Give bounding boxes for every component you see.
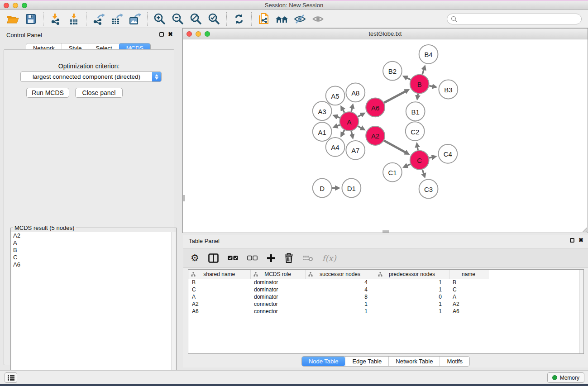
add-column-icon[interactable]: [267, 252, 275, 264]
deselect-all-icon[interactable]: [247, 252, 258, 264]
graph-node-B2[interactable]: B2: [383, 62, 402, 81]
graph-edge-A2-C[interactable]: [384, 141, 406, 153]
graph-edge-A-A8[interactable]: [351, 108, 352, 112]
graph-edge-B-B3[interactable]: [429, 86, 433, 87]
column-header-predecessor-nodes[interactable]: predecessor nodes: [375, 270, 449, 279]
mcds-result-item[interactable]: A: [11, 239, 176, 247]
delete-table-icon[interactable]: [302, 252, 313, 264]
svg-text:D: D: [320, 185, 325, 192]
graph-edge-B-B2[interactable]: [406, 77, 411, 80]
table-scrollbar[interactable]: [579, 270, 583, 353]
graph-node-C3[interactable]: C3: [419, 180, 438, 199]
graph-edge-A-A4[interactable]: [343, 130, 344, 133]
table-row[interactable]: Cdominator41C: [188, 286, 580, 293]
graph-edge-A-A5[interactable]: [343, 109, 344, 113]
refresh-icon[interactable]: [230, 11, 248, 27]
graph-node-A7[interactable]: A7: [346, 141, 365, 160]
graph-edge-A6-B[interactable]: [384, 91, 406, 103]
network-canvas[interactable]: AA1A2A3A4A5A6A7A8BB1B2B3B4CC1C2C3C4DD1: [183, 39, 588, 233]
close-panel-icon[interactable]: ✖: [168, 32, 173, 37]
graph-node-D1[interactable]: D1: [342, 179, 361, 198]
export-table-icon[interactable]: [108, 11, 126, 27]
export-network-icon[interactable]: [90, 11, 108, 27]
vertical-scroll-thumb[interactable]: [183, 195, 185, 201]
graph-edge-C-C1[interactable]: [406, 164, 411, 166]
column-selector-icon[interactable]: [208, 252, 219, 264]
column-header-name[interactable]: name: [449, 270, 488, 279]
mcds-result-item[interactable]: C: [11, 254, 176, 261]
graph-edge-C-C3[interactable]: [422, 170, 424, 174]
table-row[interactable]: A6connector11A6: [188, 308, 580, 315]
graph-node-A[interactable]: A: [339, 112, 359, 131]
graph-edge-B-B4[interactable]: [422, 69, 424, 74]
graph-node-B4[interactable]: B4: [419, 45, 438, 64]
memory-button[interactable]: Memory: [547, 372, 584, 383]
close-table-panel-icon[interactable]: ✖: [578, 238, 583, 243]
settings-gear-icon[interactable]: ⚙: [191, 252, 199, 264]
save-session-icon[interactable]: [22, 11, 40, 27]
run-mcds-button[interactable]: Run MCDS: [26, 88, 69, 98]
graph-node-A1[interactable]: A1: [313, 122, 332, 141]
mcds-result-item[interactable]: A6: [11, 261, 176, 268]
new-network-from-file-icon[interactable]: [255, 11, 273, 27]
graph-edge-A-A7[interactable]: [351, 131, 352, 135]
function-builder-icon[interactable]: f(x): [322, 252, 336, 264]
column-header-mcds-role[interactable]: MCDS role: [250, 270, 305, 279]
graph-edge-B-B1[interactable]: [418, 94, 418, 96]
home-icon[interactable]: [273, 11, 291, 27]
close-panel-button[interactable]: Close panel: [75, 88, 123, 98]
open-session-icon[interactable]: [4, 11, 22, 27]
show-graphics-icon[interactable]: [309, 11, 327, 27]
tab-edge-table[interactable]: Edge Table: [345, 357, 388, 366]
graph-node-C4[interactable]: C4: [438, 144, 457, 163]
graph-edge-A-A1[interactable]: [336, 125, 340, 126]
table-row[interactable]: A2connector11A2: [188, 300, 580, 308]
graph-node-A3[interactable]: A3: [313, 101, 332, 120]
table-row[interactable]: Bdominator41B: [188, 279, 580, 286]
list-scrollbar[interactable]: [171, 232, 176, 383]
graph-edge-A-A6[interactable]: [358, 114, 362, 117]
graph-node-A6[interactable]: A6: [366, 98, 385, 117]
task-history-button[interactable]: [5, 372, 17, 383]
select-all-icon[interactable]: [228, 252, 238, 264]
criterion-select[interactable]: largest connected component (directed): [20, 71, 162, 82]
graph-node-D[interactable]: D: [313, 179, 332, 198]
table-row[interactable]: Adominator80A: [188, 293, 580, 300]
graph-edge-A-A2[interactable]: [358, 126, 362, 129]
tab-node-table[interactable]: Node Table: [302, 357, 345, 366]
horizontal-scroll-thumb[interactable]: [382, 230, 389, 233]
mcds-result-item[interactable]: B: [11, 247, 176, 254]
mcds-result-item[interactable]: A2: [11, 232, 176, 239]
delete-column-icon[interactable]: [284, 252, 293, 264]
graph-edge-C-C2[interactable]: [417, 146, 418, 150]
zoom-fit-icon[interactable]: [187, 11, 205, 27]
network-graph[interactable]: AA1A2A3A4A5A6A7A8BB1B2B3B4CC1C2C3C4DD1: [183, 39, 588, 233]
graph-node-B[interactable]: B: [410, 75, 429, 94]
graph-node-A5[interactable]: A5: [326, 86, 345, 105]
graph-edge-C-C4[interactable]: [429, 157, 433, 158]
tab-network-table[interactable]: Network Table: [388, 357, 440, 366]
float-panel-icon[interactable]: [159, 32, 164, 37]
graph-node-A4[interactable]: A4: [326, 138, 345, 157]
float-table-panel-icon[interactable]: [570, 238, 574, 243]
import-table-icon[interactable]: [65, 11, 83, 27]
graph-node-C[interactable]: C: [410, 151, 429, 170]
resize-grip-icon[interactable]: [581, 226, 587, 232]
graph-node-B1[interactable]: B1: [406, 102, 425, 121]
import-network-icon[interactable]: [47, 11, 65, 27]
tab-motifs[interactable]: Motifs: [440, 357, 469, 366]
graph-node-B3[interactable]: B3: [439, 80, 458, 99]
graph-node-A2[interactable]: A2: [366, 126, 385, 145]
column-header-successor-nodes[interactable]: successor nodes: [305, 270, 375, 279]
graph-node-C1[interactable]: C1: [383, 163, 402, 182]
zoom-in-icon[interactable]: [151, 11, 169, 27]
zoom-out-icon[interactable]: [169, 11, 187, 27]
graph-node-A8[interactable]: A8: [346, 83, 365, 102]
column-header-shared-name[interactable]: shared name: [188, 270, 250, 279]
export-image-icon[interactable]: [126, 11, 144, 27]
zoom-selected-icon[interactable]: [205, 11, 223, 27]
hide-graphics-icon[interactable]: [291, 11, 309, 27]
graph-edge-A-A3[interactable]: [336, 116, 340, 118]
graph-node-C2[interactable]: C2: [406, 122, 425, 141]
search-input[interactable]: [457, 16, 581, 22]
